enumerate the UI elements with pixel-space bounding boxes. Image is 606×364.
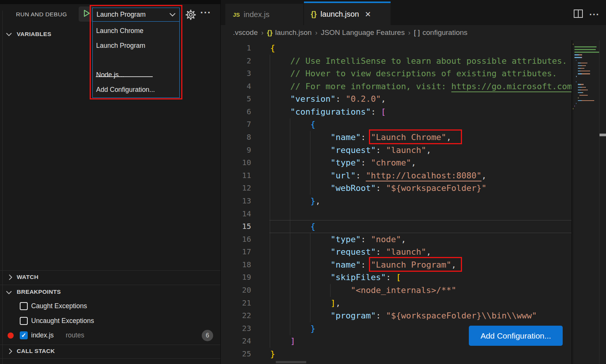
checkbox-uncaught-exceptions[interactable] bbox=[20, 317, 28, 325]
line-number[interactable]: 18 bbox=[221, 258, 251, 271]
breakpoint-label-uncaught-exceptions[interactable]: Uncaught Exceptions bbox=[31, 317, 94, 325]
chevron-right-icon bbox=[8, 348, 13, 356]
checkbox-caught-exceptions[interactable] bbox=[20, 302, 28, 310]
line-number[interactable]: 17 bbox=[221, 246, 251, 258]
line-number[interactable]: 21 bbox=[221, 297, 251, 310]
json-file-icon: {} bbox=[267, 28, 272, 37]
minimap-line bbox=[571, 91, 599, 94]
breakpoint-label-indexjs[interactable]: index.js bbox=[31, 331, 54, 339]
more-actions-icon[interactable]: ··· bbox=[589, 9, 600, 19]
line-number[interactable]: 11 bbox=[221, 169, 251, 182]
gear-icon[interactable] bbox=[185, 9, 196, 20]
minimap-line bbox=[571, 107, 599, 110]
minimap-line bbox=[571, 46, 599, 48]
add-configuration-button[interactable]: Add Configuration... bbox=[469, 326, 563, 346]
line-number[interactable]: 5 bbox=[221, 93, 251, 106]
line-number[interactable]: 23 bbox=[221, 322, 251, 335]
code-line-25[interactable]: 25} bbox=[221, 348, 571, 361]
line-number[interactable]: 9 bbox=[221, 144, 251, 157]
line-number[interactable]: 4 bbox=[221, 80, 251, 93]
code-line-11[interactable]: 11 "url": "http://localhost:8080", bbox=[221, 169, 571, 182]
code-line-6[interactable]: 6 "configurations": [ bbox=[221, 106, 571, 118]
line-number[interactable]: 15 bbox=[221, 220, 251, 233]
minimap-line bbox=[571, 70, 599, 72]
section-header-breakpoints[interactable]: BREAKPOINTS bbox=[17, 288, 61, 295]
javascript-file-icon: JS bbox=[233, 11, 240, 18]
section-header-watch[interactable]: WATCH bbox=[17, 274, 38, 280]
checkbox-indexjs-breakpoint[interactable]: ✓ bbox=[20, 331, 28, 339]
tab-launchjson[interactable]: {} launch.json × bbox=[304, 2, 391, 25]
breadcrumb-item-configurations[interactable]: configurations bbox=[422, 28, 467, 37]
minimap-line bbox=[571, 86, 599, 89]
minimap-line bbox=[571, 48, 599, 51]
code-line-2[interactable]: 2 // Use IntelliSense to learn about pos… bbox=[221, 55, 571, 68]
minimap-line bbox=[571, 80, 599, 83]
annotation-box-dropdown bbox=[90, 5, 182, 99]
minimap-line bbox=[571, 102, 599, 105]
breadcrumb-separator: › bbox=[408, 29, 410, 37]
line-number[interactable]: 12 bbox=[221, 182, 251, 195]
line-number[interactable]: 3 bbox=[221, 67, 251, 80]
horizontal-scrollbar-thumb[interactable] bbox=[276, 361, 306, 363]
breadcrumb-item-vscode[interactable]: .vscode bbox=[233, 28, 258, 37]
minimap[interactable] bbox=[571, 40, 599, 364]
breakpoint-count-badge: 6 bbox=[202, 330, 213, 341]
vertical-scrollbar[interactable] bbox=[599, 40, 606, 364]
array-symbol-icon: [ ] bbox=[414, 28, 420, 37]
minimap-line bbox=[571, 65, 599, 67]
code-line-20[interactable]: 20 "<node_internals>/**" bbox=[221, 284, 571, 297]
close-icon[interactable]: × bbox=[365, 10, 371, 18]
section-header-variables[interactable]: VARIABLES bbox=[17, 31, 51, 38]
line-number[interactable]: 6 bbox=[221, 106, 251, 118]
line-number[interactable]: 7 bbox=[221, 118, 251, 131]
line-number[interactable]: 10 bbox=[221, 156, 251, 169]
breadcrumb-item-launchjson[interactable]: launch.json bbox=[275, 28, 312, 37]
code-line-19[interactable]: 19 "skipFiles": [ bbox=[221, 271, 571, 284]
line-number[interactable]: 16 bbox=[221, 233, 251, 246]
sidebar-left-divider bbox=[2, 11, 3, 364]
code-editor[interactable]: 1{2 // Use IntelliSense to learn about p… bbox=[221, 40, 571, 364]
vertical-scrollbar-thumb[interactable] bbox=[600, 134, 606, 136]
code-line-5[interactable]: 5 "version": "0.2.0", bbox=[221, 93, 571, 106]
minimap-line bbox=[571, 56, 599, 59]
section-header-call-stack[interactable]: CALL STACK bbox=[17, 348, 55, 355]
line-number[interactable]: 22 bbox=[221, 309, 251, 322]
code-line-14[interactable]: 14 bbox=[221, 208, 571, 221]
line-number[interactable]: 13 bbox=[221, 195, 251, 208]
code-line-10[interactable]: 10 "type": "chrome", bbox=[221, 156, 571, 169]
code-line-4[interactable]: 4 // For more information, visit: https:… bbox=[221, 80, 571, 93]
code-line-1[interactable]: 1{ bbox=[221, 42, 571, 55]
line-number[interactable]: 25 bbox=[221, 348, 251, 361]
editor-tab-bar: JS index.js {} launch.json × ··· bbox=[221, 0, 606, 25]
code-line-13[interactable]: 13 }, bbox=[221, 195, 571, 208]
line-number[interactable]: 24 bbox=[221, 335, 251, 348]
section-divider bbox=[0, 270, 220, 271]
line-number[interactable]: 20 bbox=[221, 284, 251, 297]
minimap-line bbox=[571, 43, 599, 46]
minimap-line bbox=[571, 83, 599, 86]
breadcrumb-separator: › bbox=[315, 29, 317, 37]
breadcrumb-item-json-language-features[interactable]: JSON Language Features bbox=[321, 28, 405, 37]
line-number[interactable]: 8 bbox=[221, 131, 251, 144]
line-number[interactable]: 19 bbox=[221, 271, 251, 284]
minimap-line bbox=[571, 62, 599, 65]
section-divider bbox=[0, 345, 220, 345]
line-number[interactable]: 2 bbox=[221, 55, 251, 68]
code-line-12[interactable]: 12 "webRoot": "${workspaceFolder}" bbox=[221, 182, 571, 195]
code-line-9[interactable]: 9 "request": "launch", bbox=[221, 144, 571, 157]
minimap-line bbox=[571, 94, 599, 97]
run-and-debug-sidebar: RUN AND DEBUG Launch Program Launch Chro… bbox=[0, 0, 220, 364]
code-line-3[interactable]: 3 // Hover to view descriptions of exist… bbox=[221, 67, 571, 80]
code-line-15[interactable]: 15 { bbox=[221, 220, 571, 233]
tab-indexjs[interactable]: JS index.js bbox=[225, 4, 303, 25]
code-line-21[interactable]: 21 ], bbox=[221, 297, 571, 310]
line-number[interactable]: 1 bbox=[221, 42, 251, 55]
sidebar-title: RUN AND DEBUG bbox=[16, 8, 67, 20]
chevron-right-icon bbox=[8, 274, 13, 282]
line-number[interactable]: 14 bbox=[221, 208, 251, 221]
split-editor-icon[interactable] bbox=[573, 9, 583, 20]
breakpoint-label-caught-exceptions[interactable]: Caught Exceptions bbox=[31, 302, 87, 310]
code-line-22[interactable]: 22 "program": "${workspaceFolder}\\bin\\… bbox=[221, 309, 571, 322]
more-actions-icon[interactable]: ··· bbox=[200, 7, 211, 19]
code-line-16[interactable]: 16 "type": "node", bbox=[221, 233, 571, 246]
